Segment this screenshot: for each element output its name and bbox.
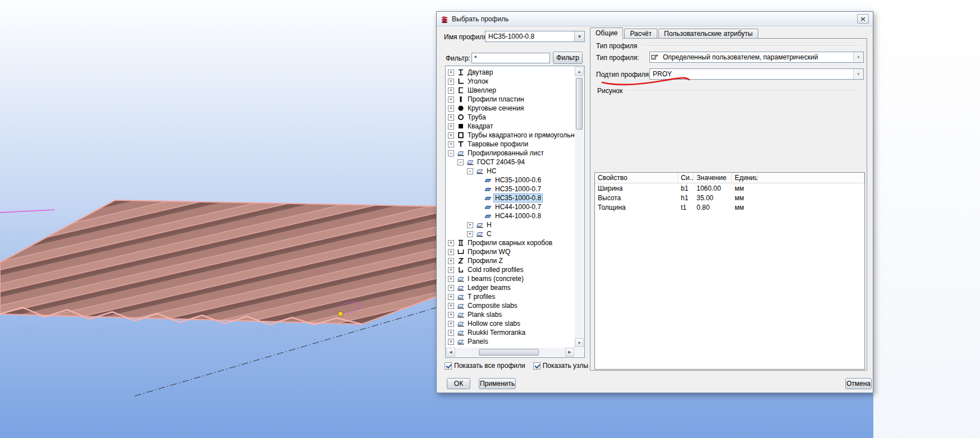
expand-icon[interactable]: + (448, 87, 454, 94)
properties-column-header[interactable]: Единиц... (732, 173, 758, 183)
tree-item[interactable]: +Hollow core slabs (446, 319, 575, 328)
show-nodes-checkbox[interactable] (533, 362, 541, 370)
profile-name-dropdown-arrow-icon[interactable]: ▼ (574, 31, 584, 42)
profile-type-combo[interactable]: Определенный пользователем, параметричес… (649, 52, 864, 63)
tree-item[interactable]: −Профилированный лист (446, 149, 575, 158)
tree-item[interactable]: +Труба (446, 113, 575, 122)
expand-icon[interactable]: + (467, 222, 473, 228)
expand-icon[interactable]: + (448, 240, 454, 246)
scroll-left-icon[interactable]: ◀ (446, 348, 455, 357)
filter-button[interactable]: Фильтр (553, 52, 583, 64)
tree-horizontal-scrollbar[interactable]: ◀ ▶ (446, 348, 574, 357)
dialog-close-button[interactable] (857, 14, 869, 24)
profile-folder-icon (456, 275, 465, 282)
vertical-scroll-thumb[interactable] (576, 78, 583, 130)
scroll-right-icon[interactable]: ▶ (565, 348, 574, 357)
property-row[interactable]: Высотаh135.00мм (595, 193, 864, 202)
tree-item[interactable]: НС35-1000-0.6 (446, 176, 575, 185)
tree-item[interactable]: +I beams (concrete) (446, 274, 575, 283)
ok-button[interactable]: ОК (447, 378, 470, 389)
tree-item[interactable]: +Ledger beams (446, 283, 575, 292)
tab-analysis[interactable]: Расчёт (624, 29, 657, 38)
expand-icon[interactable]: + (448, 70, 454, 76)
scroll-down-icon[interactable]: ▼ (575, 338, 584, 347)
properties-column-header[interactable]: Си... (678, 173, 694, 183)
scroll-up-icon[interactable]: ▲ (575, 67, 584, 76)
tree-item[interactable]: −ГОСТ 24045-94 (446, 158, 575, 167)
tree-item[interactable]: НС35-1000-0.8 (446, 193, 575, 202)
expand-icon[interactable]: + (448, 96, 454, 103)
expand-icon[interactable]: + (448, 267, 454, 273)
expand-icon[interactable]: + (448, 79, 454, 85)
tab-general[interactable]: Общие (590, 27, 623, 39)
tree-item[interactable]: −НС (446, 167, 575, 176)
tree-item[interactable]: +Cold rolled profiles (446, 265, 575, 274)
tree-item[interactable]: +Профили пластин (446, 95, 575, 104)
property-cell: b1 (678, 185, 694, 192)
tree-item[interactable]: НС44-1000-0.8 (446, 211, 575, 220)
properties-column-header[interactable] (758, 173, 864, 183)
properties-column-header[interactable]: Свойство (595, 173, 678, 183)
cancel-button[interactable]: Отмена (845, 378, 872, 389)
tree-item[interactable]: НС35-1000-0.7 (446, 185, 575, 193)
tree-item[interactable]: +Двутавр (446, 68, 575, 77)
collapse-icon[interactable]: − (467, 168, 473, 174)
expand-icon[interactable]: + (467, 231, 473, 237)
property-row[interactable]: Толщинаt10.80мм (595, 202, 864, 212)
property-row[interactable]: Ширинаb11060.00мм (595, 183, 864, 193)
profile-subtype-dropdown-arrow-icon[interactable]: ▼ (853, 69, 863, 79)
tree-item[interactable]: +Ruukki Termoranka (446, 328, 575, 337)
tree-item[interactable]: +T profiles (446, 292, 575, 301)
expand-icon[interactable]: + (448, 285, 454, 291)
expand-icon[interactable]: + (448, 276, 454, 282)
collapse-icon[interactable]: − (448, 150, 454, 156)
tree-item[interactable]: +Н (446, 220, 575, 229)
yellow-handle-icon[interactable] (338, 312, 342, 316)
profile-subtype-combo[interactable]: PROY ▼ (649, 68, 864, 80)
tree-item[interactable]: +Швеллер (446, 86, 575, 95)
tree-item[interactable]: +Трубы квадратного и прямоугольного с (446, 131, 575, 140)
expand-icon[interactable]: + (448, 141, 454, 147)
tree-item[interactable]: +Panels (446, 337, 575, 346)
tree-item[interactable]: НС44-1000-0.7 (446, 202, 575, 211)
expand-icon[interactable]: + (448, 312, 454, 318)
tree-item[interactable]: +Уголок (446, 77, 575, 86)
expand-icon[interactable]: + (448, 249, 454, 255)
sheet-outline[interactable] (0, 200, 437, 324)
tree-item[interactable]: +Профили WQ (446, 247, 575, 256)
square-tube-icon (456, 132, 465, 139)
expand-icon[interactable]: + (448, 258, 454, 264)
tree-item[interactable]: +Профили Z (446, 256, 575, 265)
properties-column-header[interactable]: Значение (694, 173, 732, 183)
apply-button[interactable]: Применить (479, 378, 516, 389)
filter-input[interactable] (471, 53, 550, 63)
tree-item[interactable]: +Тавровые профили (446, 140, 575, 149)
expand-icon[interactable]: + (448, 321, 454, 327)
tree-item-label: Ruukki Termoranka (466, 329, 526, 336)
profile-type-dropdown-arrow-icon[interactable]: ▼ (853, 52, 863, 62)
tree-item[interactable]: +Профили сварных коробов (446, 238, 575, 247)
show-all-profiles-checkbox[interactable] (445, 362, 452, 370)
expand-icon[interactable]: + (448, 114, 454, 121)
tree-vertical-scrollbar[interactable]: ▲ ▼ (575, 67, 584, 347)
dialog-titlebar[interactable]: Выбрать профиль (437, 12, 873, 26)
tree-item[interactable]: +Квадрат (446, 122, 575, 131)
horizontal-scroll-thumb[interactable] (479, 349, 539, 356)
profile-name-combo[interactable]: НС35-1000-0.8 ▼ (485, 31, 585, 42)
expand-icon[interactable]: + (448, 105, 454, 112)
profile-tree[interactable]: +Двутавр+Уголок+Швеллер+Профили пластин+… (445, 66, 585, 358)
collapse-icon[interactable]: − (457, 159, 464, 165)
tree-item[interactable]: +Круговые сечения (446, 104, 575, 113)
expand-icon[interactable]: + (448, 339, 454, 345)
tab-user-attributes[interactable]: Пользовательские атрибуты (658, 29, 758, 38)
expand-icon[interactable]: + (448, 303, 454, 309)
tree-item[interactable]: +Plank slabs (446, 310, 575, 319)
expand-icon[interactable]: + (448, 123, 454, 130)
tree-item[interactable]: +С (446, 229, 575, 238)
expand-icon[interactable]: + (448, 294, 454, 300)
property-cell: мм (732, 194, 758, 202)
expand-icon[interactable]: + (448, 330, 454, 336)
tree-item[interactable]: +Composite slabs (446, 301, 575, 310)
expand-icon[interactable]: + (448, 132, 454, 139)
tree-item-label: I beams (concrete) (466, 275, 525, 283)
